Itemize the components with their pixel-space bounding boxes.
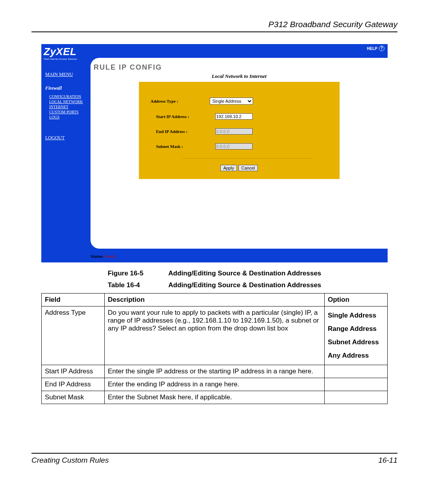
cell-field: Subnet Mask bbox=[42, 391, 105, 404]
cell-field: End IP Address bbox=[42, 378, 105, 391]
sidebar-section-firewall: Firewall bbox=[45, 85, 89, 91]
cell-option: Single AddressRange AddressSubnet Addres… bbox=[325, 306, 388, 365]
figure-caption: Figure 16-5 Adding/Editing Source & Dest… bbox=[31, 270, 397, 277]
cell-option bbox=[325, 378, 388, 391]
cell-field: Address Type bbox=[42, 306, 105, 365]
logo: ZyXEL Total Internet Access Solution bbox=[44, 46, 77, 60]
logo-subtitle: Total Internet Access Solution bbox=[44, 58, 77, 60]
sidebar-logout[interactable]: LOGOUT bbox=[45, 135, 89, 141]
cell-option bbox=[325, 391, 388, 404]
content-panel: RULE IP CONFIG Local Network to Internet… bbox=[91, 58, 388, 249]
table-caption-text: Adding/Editing Source & Destination Addr… bbox=[168, 281, 322, 289]
sidebar-item-custom-ports[interactable]: CUSTOM PORTS bbox=[49, 110, 89, 114]
cell-field: Start IP Address bbox=[42, 365, 105, 378]
table-row: End IP AddressEnter the ending IP addres… bbox=[42, 378, 388, 391]
sidebar-item-internet[interactable]: INTERNET bbox=[49, 105, 89, 109]
table-header-row: Field Description Option bbox=[42, 294, 388, 306]
th-description: Description bbox=[105, 294, 325, 306]
panel-title: RULE IP CONFIG bbox=[94, 63, 388, 72]
subnet-mask-label: Subnet Mask : bbox=[156, 144, 215, 149]
sidebar-item-local-network[interactable]: LOCAL NETWORK bbox=[49, 100, 89, 104]
start-ip-label: Start IP Address : bbox=[156, 114, 215, 119]
cell-description: Do you want your rule to apply to packet… bbox=[105, 306, 325, 365]
cell-option bbox=[325, 365, 388, 378]
panel-subtitle: Local Network to Internet bbox=[91, 73, 388, 79]
th-field: Field bbox=[42, 294, 105, 306]
sidebar: MAIN MENU Firewall CONFIGURATION LOCAL N… bbox=[45, 72, 89, 143]
address-type-select[interactable]: Single Address bbox=[210, 98, 253, 105]
cancel-button[interactable]: Cancel bbox=[238, 165, 257, 171]
sidebar-item-configuration[interactable]: CONFIGURATION bbox=[49, 94, 89, 99]
ip-config-form: Address Type : Single Address Start IP A… bbox=[139, 82, 340, 179]
help-label: HELP bbox=[367, 46, 377, 51]
table-row: Subnet MaskEnter the Subnet Mask here, i… bbox=[42, 391, 388, 404]
status-bar: Status: Ready bbox=[91, 254, 116, 258]
footer-right: 16-11 bbox=[378, 456, 397, 465]
cell-description: Enter the Subnet Mask here, if applicabl… bbox=[105, 391, 325, 404]
doc-table: Field Description Option Address TypeDo … bbox=[41, 293, 388, 404]
table-row: Address TypeDo you want your rule to app… bbox=[42, 306, 388, 365]
table-row: Start IP AddressEnter the single IP addr… bbox=[42, 365, 388, 378]
page-footer: Creating Custom Rules 16-11 bbox=[31, 453, 397, 465]
table-caption: Table 16-4 Adding/Editing Source & Desti… bbox=[31, 281, 397, 289]
start-ip-input[interactable] bbox=[215, 113, 253, 120]
cell-description: Enter the single IP address or the start… bbox=[105, 365, 325, 378]
status-value: Ready bbox=[105, 254, 116, 258]
page-header-title: P312 Broadband Security Gateway bbox=[31, 20, 397, 29]
app-screenshot: ZyXEL Total Internet Access Solution HEL… bbox=[41, 44, 388, 262]
help-icon: ? bbox=[379, 46, 384, 51]
logo-text: ZyXEL bbox=[44, 46, 77, 58]
footer-left: Creating Custom Rules bbox=[31, 456, 109, 465]
form-divider bbox=[182, 158, 312, 159]
apply-button[interactable]: Apply bbox=[220, 165, 237, 171]
help-link[interactable]: HELP ? bbox=[367, 46, 384, 51]
cell-description: Enter the ending IP address in a range h… bbox=[105, 378, 325, 391]
th-option: Option bbox=[325, 294, 388, 306]
footer-rule bbox=[31, 453, 397, 454]
header-rule bbox=[31, 31, 397, 32]
sidebar-item-logs[interactable]: LOGS bbox=[49, 115, 89, 119]
table-caption-label: Table 16-4 bbox=[108, 281, 167, 289]
status-label: Status: bbox=[91, 254, 103, 258]
figure-caption-text: Adding/Editing Source & Destination Addr… bbox=[168, 270, 322, 277]
sidebar-main-menu[interactable]: MAIN MENU bbox=[45, 72, 89, 78]
figure-caption-label: Figure 16-5 bbox=[108, 270, 167, 277]
subnet-mask-input[interactable] bbox=[215, 143, 253, 150]
end-ip-label: End IP Address : bbox=[156, 129, 215, 134]
end-ip-input[interactable] bbox=[215, 128, 253, 135]
address-type-label: Address Type : bbox=[151, 99, 210, 103]
